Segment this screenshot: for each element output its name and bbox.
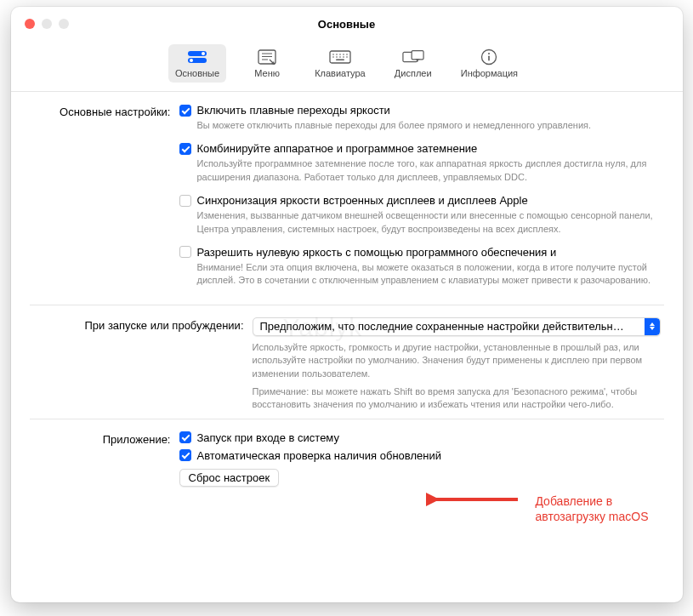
toggles-icon [186, 48, 208, 66]
menu-icon [256, 48, 278, 66]
opt-desc: Вы можете отключить плавные переходы для… [197, 119, 664, 132]
select-value: Предположим, что последние сохраненные н… [260, 320, 645, 333]
tab-label: Дисплеи [395, 68, 432, 78]
svg-rect-20 [336, 60, 344, 61]
opt-desc: Используйте программное затемнение после… [197, 157, 664, 184]
preferences-window: Основные Основные Меню Клавиатура Диспле… [11, 7, 683, 602]
section-label-startup: При запуске или пробуждении: [30, 317, 253, 332]
opt-label: Автоматическая проверка наличия обновлен… [197, 449, 441, 462]
close-button[interactable] [25, 19, 35, 29]
svg-point-11 [336, 54, 338, 55]
opt-label: Включить плавные переходы яркости [197, 104, 390, 117]
tab-displays[interactable]: Дисплеи [388, 44, 439, 83]
checkbox-allow-zero-brightness[interactable] [179, 246, 191, 258]
opt-label: Комбинируйте аппаратное и программное за… [197, 142, 478, 155]
svg-point-19 [346, 56, 348, 58]
opt-desc: Изменения, вызванные датчиком внешней ос… [197, 209, 664, 236]
startup-note: Примечание: вы можете нажать Shift во вр… [253, 385, 664, 412]
svg-point-16 [336, 56, 338, 58]
chevron-up-down-icon [645, 318, 660, 335]
svg-point-14 [346, 54, 348, 55]
displays-icon [402, 48, 424, 66]
content-area: Основные настройки: Включить плавные пер… [11, 92, 683, 594]
section-label-general: Основные настройки: [30, 104, 179, 118]
svg-rect-27 [489, 56, 491, 61]
opt-label: Синхронизация яркости встроенных дисплее… [197, 194, 528, 207]
checkbox-smooth-brightness[interactable] [179, 105, 191, 117]
keyboard-icon [329, 48, 351, 66]
svg-point-18 [343, 56, 344, 58]
startup-select[interactable]: Предположим, что последние сохраненные н… [253, 317, 661, 336]
svg-point-13 [343, 54, 344, 55]
opt-desc: Внимание! Если эта опция включена, вы мо… [197, 261, 664, 288]
tab-info[interactable]: Информация [454, 44, 525, 83]
reset-button[interactable]: Сброс настроек [179, 469, 280, 487]
tab-label: Основные [175, 68, 219, 78]
info-icon [478, 48, 500, 66]
toolbar: Основные Меню Клавиатура Дисплеи Информа… [11, 41, 683, 92]
tab-menu[interactable]: Меню [241, 44, 293, 83]
checkbox-auto-update[interactable] [179, 449, 191, 461]
maximize-button[interactable] [59, 19, 69, 29]
checkbox-launch-at-login[interactable] [179, 431, 191, 443]
checkbox-sync-brightness[interactable] [179, 195, 191, 207]
minimize-button[interactable] [42, 19, 52, 29]
svg-point-10 [332, 54, 334, 55]
tab-label: Меню [254, 68, 280, 78]
svg-point-3 [190, 59, 193, 62]
checkbox-combine-dimming[interactable] [179, 143, 191, 155]
svg-point-15 [332, 56, 334, 58]
traffic-lights [11, 19, 69, 29]
svg-point-12 [339, 54, 341, 55]
tab-general[interactable]: Основные [168, 44, 226, 83]
divider [30, 305, 664, 305]
svg-rect-22 [412, 51, 423, 60]
section-label-app: Приложение: [30, 431, 179, 446]
startup-desc: Используйте яркость, громкость и другие … [253, 341, 664, 380]
window-title: Основные [318, 18, 375, 31]
svg-point-26 [488, 53, 490, 54]
svg-point-1 [202, 52, 205, 55]
divider [30, 419, 664, 419]
tab-label: Клавиатура [315, 68, 366, 78]
svg-point-17 [339, 56, 341, 58]
opt-label: Запуск при входе в систему [197, 431, 339, 444]
titlebar: Основные [11, 7, 683, 41]
tab-keyboard[interactable]: Клавиатура [308, 44, 372, 83]
tab-label: Информация [461, 68, 518, 78]
opt-label: Разрешить нулевую яркость с помощью прог… [197, 246, 557, 259]
